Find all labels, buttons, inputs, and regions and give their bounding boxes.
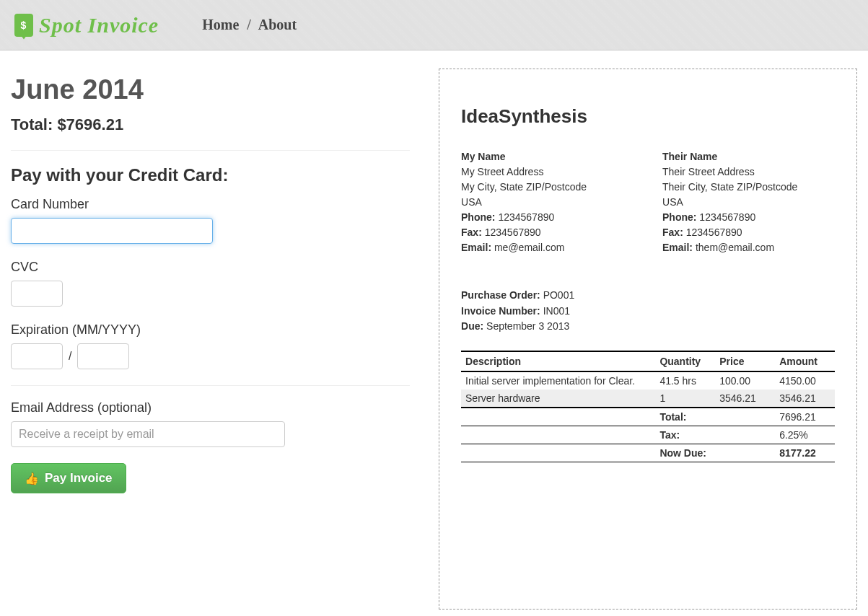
email-label: Email: bbox=[662, 242, 693, 253]
email-label: Email Address (optional) bbox=[11, 400, 410, 415]
col-price: Price bbox=[715, 351, 775, 371]
nowdue-amount: 8177.22 bbox=[775, 444, 835, 462]
cell-price: 100.00 bbox=[715, 371, 775, 390]
total-label: Total: bbox=[655, 408, 775, 426]
col-quantity: Quantity bbox=[655, 351, 715, 371]
pay-invoice-button[interactable]: 👍 Pay Invoice bbox=[11, 463, 126, 493]
col-description: Description bbox=[461, 351, 655, 371]
nav-home[interactable]: Home bbox=[202, 17, 239, 32]
table-row: Initial server implementation for Clear.… bbox=[461, 371, 835, 390]
to-address: Their Name Their Street Address Their Ci… bbox=[662, 149, 835, 255]
phone-label: Phone: bbox=[662, 211, 696, 223]
from-address: My Name My Street Address My City, State… bbox=[461, 149, 634, 255]
nav-about[interactable]: About bbox=[258, 17, 297, 32]
nav: Home / About bbox=[202, 17, 297, 33]
total-value: $7696.21 bbox=[57, 115, 123, 133]
cell-price: 3546.21 bbox=[715, 390, 775, 408]
to-street: Their Street Address bbox=[662, 164, 835, 180]
card-number-input[interactable] bbox=[11, 218, 213, 244]
cell-amount: 3546.21 bbox=[775, 390, 835, 408]
to-email: them@email.com bbox=[696, 242, 774, 253]
pay-section-title: Pay with your Credit Card: bbox=[11, 165, 410, 185]
to-country: USA bbox=[662, 195, 835, 210]
page-title: June 2014 bbox=[11, 74, 410, 105]
card-number-label: Card Number bbox=[11, 197, 410, 212]
exp-year-input[interactable] bbox=[77, 343, 129, 369]
total-label: Total: bbox=[11, 115, 53, 133]
cell-qty: 1 bbox=[655, 390, 715, 408]
due-label: Due: bbox=[461, 320, 483, 332]
cvc-input[interactable] bbox=[11, 281, 63, 307]
to-phone: 1234567890 bbox=[699, 211, 755, 223]
invoice-meta: Purchase Order: PO001 Invoice Number: IN… bbox=[461, 288, 835, 335]
invoice-company: IdeaSynthesis bbox=[461, 105, 835, 128]
line-items-table: Description Quantity Price Amount Initia… bbox=[461, 351, 835, 408]
from-country: USA bbox=[461, 195, 634, 210]
po-value: PO001 bbox=[543, 289, 575, 301]
tax-label: Tax: bbox=[655, 426, 775, 444]
from-name: My Name bbox=[461, 149, 634, 164]
logo-text: Spot Invoice bbox=[39, 13, 159, 38]
cvc-label: CVC bbox=[11, 260, 410, 275]
invnum-label: Invoice Number: bbox=[461, 305, 540, 317]
invnum-value: IN001 bbox=[543, 305, 570, 317]
table-row: Server hardware 1 3546.21 3546.21 bbox=[461, 390, 835, 408]
fax-label: Fax: bbox=[461, 226, 482, 238]
from-city: My City, State ZIP/Postcode bbox=[461, 180, 634, 195]
cell-qty: 41.5 hrs bbox=[655, 371, 715, 390]
email-label: Email: bbox=[461, 242, 491, 253]
divider bbox=[11, 385, 410, 386]
phone-label: Phone: bbox=[461, 211, 495, 223]
thumbs-up-icon: 👍 bbox=[25, 472, 39, 485]
cell-amount: 4150.00 bbox=[775, 371, 835, 390]
cell-desc: Server hardware bbox=[461, 390, 655, 408]
from-fax: 1234567890 bbox=[485, 226, 541, 238]
to-fax: 1234567890 bbox=[686, 226, 742, 238]
to-name: Their Name bbox=[662, 149, 835, 164]
expiration-label: Expiration (MM/YYYY) bbox=[11, 322, 410, 338]
fax-label: Fax: bbox=[662, 226, 683, 238]
nowdue-label: Now Due: bbox=[655, 444, 775, 462]
to-city: Their City, State ZIP/Postcode bbox=[662, 180, 835, 195]
exp-month-input[interactable] bbox=[11, 343, 63, 369]
po-label: Purchase Order: bbox=[461, 289, 540, 301]
totals-table: Total: 7696.21 Tax: 6.25% Now Due: 8177.… bbox=[461, 408, 835, 462]
email-input[interactable] bbox=[11, 421, 285, 447]
pay-button-label: Pay Invoice bbox=[45, 471, 113, 485]
col-amount: Amount bbox=[775, 351, 835, 371]
total-amount: 7696.21 bbox=[775, 408, 835, 426]
logo-badge-icon bbox=[14, 14, 33, 37]
from-phone: 1234567890 bbox=[498, 211, 554, 223]
total-line: Total: $7696.21 bbox=[11, 115, 410, 134]
nav-separator: / bbox=[247, 17, 251, 32]
tax-amount: 6.25% bbox=[775, 426, 835, 444]
divider bbox=[11, 150, 410, 151]
cell-desc: Initial server implementation for Clear. bbox=[461, 371, 655, 390]
exp-separator: / bbox=[69, 350, 71, 363]
from-street: My Street Address bbox=[461, 164, 634, 180]
due-value: September 3 2013 bbox=[486, 320, 569, 332]
from-email: me@email.com bbox=[494, 242, 564, 253]
logo[interactable]: Spot Invoice bbox=[14, 13, 159, 38]
payment-panel: June 2014 Total: $7696.21 Pay with your … bbox=[11, 69, 417, 610]
topbar: Spot Invoice Home / About bbox=[0, 0, 868, 50]
invoice-preview: IdeaSynthesis My Name My Street Address … bbox=[439, 69, 857, 610]
